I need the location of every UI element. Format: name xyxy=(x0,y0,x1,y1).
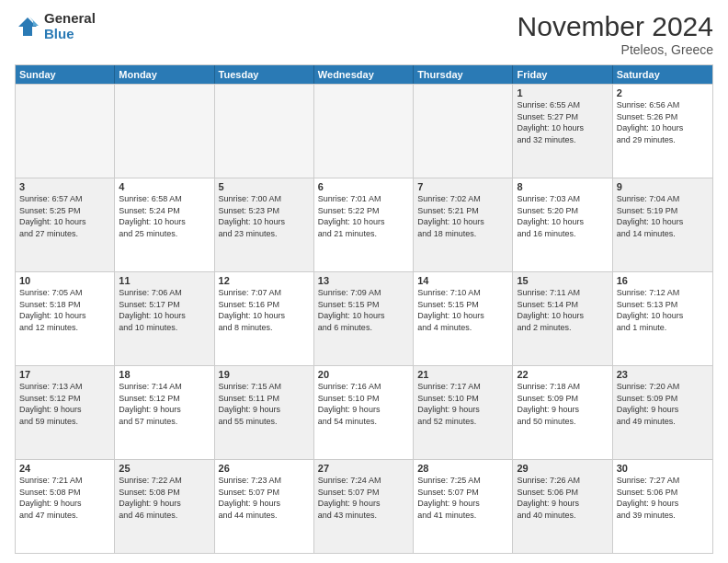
cal-cell-25: 25Sunrise: 7:22 AM Sunset: 5:08 PM Dayli… xyxy=(115,460,214,553)
weekday-header-friday: Friday xyxy=(513,65,612,84)
day-info: Sunrise: 7:06 AM Sunset: 5:17 PM Dayligh… xyxy=(119,287,210,333)
day-number: 23 xyxy=(617,369,709,380)
cal-cell-4: 4Sunrise: 6:58 AM Sunset: 5:24 PM Daylig… xyxy=(115,178,214,271)
day-info: Sunrise: 7:22 AM Sunset: 5:08 PM Dayligh… xyxy=(119,475,210,521)
cal-row-3: 17Sunrise: 7:13 AM Sunset: 5:12 PM Dayli… xyxy=(16,365,712,459)
cal-cell-6: 6Sunrise: 7:01 AM Sunset: 5:22 PM Daylig… xyxy=(314,178,414,271)
title-block: November 2024 Pteleos, Greece xyxy=(518,11,713,57)
day-number: 19 xyxy=(219,369,310,380)
day-info: Sunrise: 7:23 AM Sunset: 5:07 PM Dayligh… xyxy=(219,475,310,521)
calendar-body: 1Sunrise: 6:55 AM Sunset: 5:27 PM Daylig… xyxy=(16,84,712,553)
cal-cell-7: 7Sunrise: 7:02 AM Sunset: 5:21 PM Daylig… xyxy=(414,178,513,271)
day-number: 6 xyxy=(318,181,409,192)
cal-cell-14: 14Sunrise: 7:10 AM Sunset: 5:15 PM Dayli… xyxy=(414,272,513,365)
cal-cell-3: 3Sunrise: 6:57 AM Sunset: 5:25 PM Daylig… xyxy=(16,178,115,271)
month-title: November 2024 xyxy=(518,11,713,42)
header: General Blue November 2024 Pteleos, Gree… xyxy=(15,11,713,57)
cal-cell-27: 27Sunrise: 7:24 AM Sunset: 5:07 PM Dayli… xyxy=(314,460,414,553)
day-number: 11 xyxy=(119,275,210,286)
day-info: Sunrise: 7:20 AM Sunset: 5:09 PM Dayligh… xyxy=(617,381,709,427)
day-number: 29 xyxy=(517,463,608,474)
cal-cell-empty-2 xyxy=(215,85,314,178)
day-info: Sunrise: 7:26 AM Sunset: 5:06 PM Dayligh… xyxy=(517,475,608,521)
day-info: Sunrise: 7:14 AM Sunset: 5:12 PM Dayligh… xyxy=(119,381,210,427)
cal-cell-20: 20Sunrise: 7:16 AM Sunset: 5:10 PM Dayli… xyxy=(314,366,414,459)
weekday-header-tuesday: Tuesday xyxy=(215,65,314,84)
day-info: Sunrise: 7:01 AM Sunset: 5:22 PM Dayligh… xyxy=(318,193,409,239)
cal-cell-12: 12Sunrise: 7:07 AM Sunset: 5:16 PM Dayli… xyxy=(215,272,314,365)
day-info: Sunrise: 7:00 AM Sunset: 5:23 PM Dayligh… xyxy=(219,193,310,239)
cal-cell-empty-4 xyxy=(414,85,513,178)
day-number: 8 xyxy=(517,181,608,192)
day-number: 21 xyxy=(417,369,508,380)
day-info: Sunrise: 7:17 AM Sunset: 5:10 PM Dayligh… xyxy=(417,381,508,427)
day-info: Sunrise: 7:16 AM Sunset: 5:10 PM Dayligh… xyxy=(318,381,409,427)
cal-cell-1: 1Sunrise: 6:55 AM Sunset: 5:27 PM Daylig… xyxy=(513,85,612,178)
day-info: Sunrise: 6:57 AM Sunset: 5:25 PM Dayligh… xyxy=(19,193,110,239)
day-number: 22 xyxy=(517,369,608,380)
logo-icon xyxy=(15,14,40,40)
day-number: 20 xyxy=(318,369,409,380)
day-info: Sunrise: 7:07 AM Sunset: 5:16 PM Dayligh… xyxy=(219,287,310,333)
day-number: 14 xyxy=(417,275,508,286)
cal-cell-5: 5Sunrise: 7:00 AM Sunset: 5:23 PM Daylig… xyxy=(215,178,314,271)
day-number: 15 xyxy=(517,275,608,286)
cal-cell-13: 13Sunrise: 7:09 AM Sunset: 5:15 PM Dayli… xyxy=(314,272,414,365)
day-number: 9 xyxy=(617,181,709,192)
day-number: 2 xyxy=(617,87,709,98)
weekday-header-monday: Monday xyxy=(115,65,214,84)
day-number: 10 xyxy=(19,275,110,286)
cal-cell-11: 11Sunrise: 7:06 AM Sunset: 5:17 PM Dayli… xyxy=(115,272,214,365)
cal-row-0: 1Sunrise: 6:55 AM Sunset: 5:27 PM Daylig… xyxy=(16,84,712,178)
page: General Blue November 2024 Pteleos, Gree… xyxy=(0,0,728,563)
cal-cell-15: 15Sunrise: 7:11 AM Sunset: 5:14 PM Dayli… xyxy=(513,272,612,365)
cal-row-2: 10Sunrise: 7:05 AM Sunset: 5:18 PM Dayli… xyxy=(16,271,712,365)
calendar: SundayMondayTuesdayWednesdayThursdayFrid… xyxy=(15,64,713,554)
cal-cell-empty-1 xyxy=(115,85,214,178)
day-info: Sunrise: 7:11 AM Sunset: 5:14 PM Dayligh… xyxy=(517,287,608,333)
day-info: Sunrise: 7:04 AM Sunset: 5:19 PM Dayligh… xyxy=(617,193,709,239)
cal-cell-16: 16Sunrise: 7:12 AM Sunset: 5:13 PM Dayli… xyxy=(613,272,712,365)
cal-cell-18: 18Sunrise: 7:14 AM Sunset: 5:12 PM Dayli… xyxy=(115,366,214,459)
location-subtitle: Pteleos, Greece xyxy=(518,42,713,57)
weekday-header-sunday: Sunday xyxy=(16,65,115,84)
day-info: Sunrise: 7:03 AM Sunset: 5:20 PM Dayligh… xyxy=(517,193,608,239)
cal-cell-17: 17Sunrise: 7:13 AM Sunset: 5:12 PM Dayli… xyxy=(16,366,115,459)
cal-cell-30: 30Sunrise: 7:27 AM Sunset: 5:06 PM Dayli… xyxy=(613,460,712,553)
weekday-header-wednesday: Wednesday xyxy=(314,65,414,84)
day-info: Sunrise: 7:18 AM Sunset: 5:09 PM Dayligh… xyxy=(517,381,608,427)
day-info: Sunrise: 7:15 AM Sunset: 5:11 PM Dayligh… xyxy=(219,381,310,427)
logo-general: General xyxy=(44,11,96,27)
logo: General Blue xyxy=(15,11,96,41)
svg-marker-0 xyxy=(18,17,37,36)
day-info: Sunrise: 7:24 AM Sunset: 5:07 PM Dayligh… xyxy=(318,475,409,521)
cal-cell-24: 24Sunrise: 7:21 AM Sunset: 5:08 PM Dayli… xyxy=(16,460,115,553)
cal-row-4: 24Sunrise: 7:21 AM Sunset: 5:08 PM Dayli… xyxy=(16,459,712,553)
day-number: 17 xyxy=(19,369,110,380)
day-number: 1 xyxy=(517,87,608,98)
cal-cell-19: 19Sunrise: 7:15 AM Sunset: 5:11 PM Dayli… xyxy=(215,366,314,459)
day-info: Sunrise: 7:05 AM Sunset: 5:18 PM Dayligh… xyxy=(19,287,110,333)
day-number: 7 xyxy=(417,181,508,192)
day-number: 30 xyxy=(617,463,709,474)
cal-row-1: 3Sunrise: 6:57 AM Sunset: 5:25 PM Daylig… xyxy=(16,178,712,271)
day-number: 5 xyxy=(219,181,310,192)
logo-blue: Blue xyxy=(44,27,96,42)
day-info: Sunrise: 7:12 AM Sunset: 5:13 PM Dayligh… xyxy=(617,287,709,333)
weekday-header-saturday: Saturday xyxy=(613,65,712,84)
cal-cell-23: 23Sunrise: 7:20 AM Sunset: 5:09 PM Dayli… xyxy=(613,366,712,459)
logo-text: General Blue xyxy=(44,11,96,41)
day-number: 26 xyxy=(219,463,310,474)
cal-cell-8: 8Sunrise: 7:03 AM Sunset: 5:20 PM Daylig… xyxy=(513,178,612,271)
day-info: Sunrise: 6:58 AM Sunset: 5:24 PM Dayligh… xyxy=(119,193,210,239)
day-info: Sunrise: 6:56 AM Sunset: 5:26 PM Dayligh… xyxy=(617,99,709,145)
day-info: Sunrise: 7:25 AM Sunset: 5:07 PM Dayligh… xyxy=(417,475,508,521)
cal-cell-29: 29Sunrise: 7:26 AM Sunset: 5:06 PM Dayli… xyxy=(513,460,612,553)
day-number: 4 xyxy=(119,181,210,192)
weekday-header-thursday: Thursday xyxy=(414,65,513,84)
cal-cell-26: 26Sunrise: 7:23 AM Sunset: 5:07 PM Dayli… xyxy=(215,460,314,553)
calendar-header: SundayMondayTuesdayWednesdayThursdayFrid… xyxy=(16,65,712,84)
cal-cell-empty-3 xyxy=(314,85,414,178)
day-number: 3 xyxy=(19,181,110,192)
cal-cell-22: 22Sunrise: 7:18 AM Sunset: 5:09 PM Dayli… xyxy=(513,366,612,459)
